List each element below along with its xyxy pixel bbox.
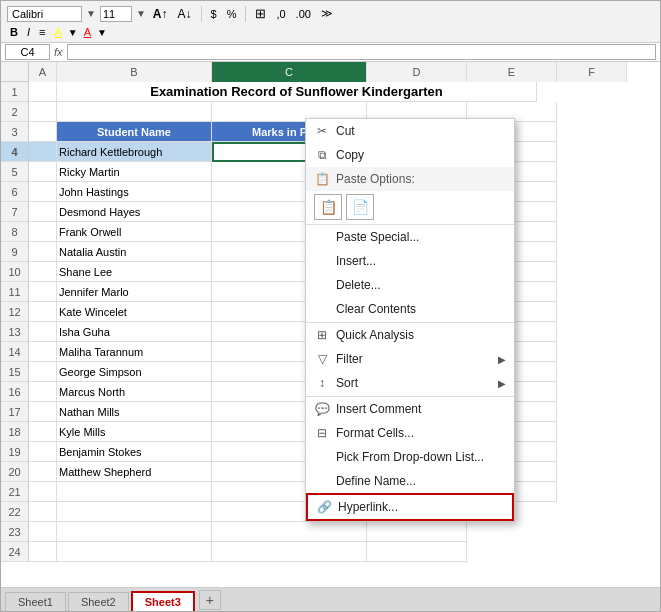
- cell-19-a[interactable]: 19: [1, 442, 29, 462]
- cell-23-a[interactable]: 23: [1, 522, 29, 542]
- cell-6-b[interactable]: John Hastings: [57, 182, 212, 202]
- font-color-button[interactable]: A: [81, 25, 94, 39]
- cell-15-a[interactable]: 15: [1, 362, 29, 382]
- cell-7-b[interactable]: Desmond Hayes: [57, 202, 212, 222]
- cell-19-aa: [29, 442, 57, 462]
- cell-8-a[interactable]: 8: [1, 222, 29, 242]
- col-header-a[interactable]: A: [29, 62, 57, 82]
- cell-14-b[interactable]: Maliha Tarannum: [57, 342, 212, 362]
- cell-6-a[interactable]: 6: [1, 182, 29, 202]
- cell-4-a[interactable]: 4: [1, 142, 29, 162]
- formula-input[interactable]: [67, 44, 656, 60]
- cell-name-box[interactable]: [5, 44, 50, 60]
- cell-13-b[interactable]: Isha Guha: [57, 322, 212, 342]
- cell-22-a[interactable]: 22: [1, 502, 29, 522]
- cell-12-b[interactable]: Kate Wincelet: [57, 302, 212, 322]
- cell-23-b[interactable]: [57, 522, 212, 542]
- context-cut[interactable]: ✂ Cut: [306, 119, 514, 143]
- paste-btn-1[interactable]: 📋: [314, 194, 342, 220]
- context-format-cells[interactable]: ⊟ Format Cells...: [306, 421, 514, 445]
- shrink-font-button[interactable]: A↓: [174, 6, 194, 22]
- font-name-dropdown-icon[interactable]: ▼: [86, 8, 96, 19]
- context-quick-analysis[interactable]: ⊞ Quick Analysis: [306, 322, 514, 347]
- context-sort[interactable]: ↕ Sort ▶: [306, 371, 514, 395]
- cell-13-a[interactable]: 13: [1, 322, 29, 342]
- context-filter[interactable]: ▽ Filter ▶: [306, 347, 514, 371]
- cell-5-b[interactable]: Ricky Martin: [57, 162, 212, 182]
- context-delete[interactable]: Delete...: [306, 273, 514, 297]
- context-define-name[interactable]: Define Name...: [306, 469, 514, 493]
- cell-3-a[interactable]: 3: [1, 122, 29, 142]
- cell-11-b[interactable]: Jennifer Marlo: [57, 282, 212, 302]
- cell-11-a[interactable]: 11: [1, 282, 29, 302]
- decrease-decimal-button[interactable]: .00: [293, 7, 314, 21]
- col-header-d[interactable]: D: [367, 62, 467, 82]
- dollar-button[interactable]: $: [208, 7, 220, 21]
- highlight-dropdown[interactable]: ▼: [68, 27, 78, 38]
- sheet-tab-2[interactable]: Sheet2: [68, 592, 129, 611]
- cell-24-a[interactable]: 24: [1, 542, 29, 562]
- context-insert-comment[interactable]: 💬 Insert Comment: [306, 396, 514, 421]
- extra-btn[interactable]: ≫: [318, 6, 336, 21]
- sheet-tab-3[interactable]: Sheet3: [131, 591, 195, 611]
- italic-button[interactable]: I: [24, 25, 33, 39]
- paste-btn-2[interactable]: 📄: [346, 194, 374, 220]
- cell-20-a[interactable]: 20: [1, 462, 29, 482]
- sheet-tab-1[interactable]: Sheet1: [5, 592, 66, 611]
- cell-24-c[interactable]: [212, 542, 367, 562]
- cell-16-a[interactable]: 16: [1, 382, 29, 402]
- border-button[interactable]: ⊞: [252, 5, 269, 22]
- cell-23-d[interactable]: [367, 522, 467, 542]
- cell-6-aa: [29, 182, 57, 202]
- context-hyperlink[interactable]: 🔗 Hyperlink...: [306, 493, 514, 521]
- context-pick-dropdown[interactable]: Pick From Drop-down List...: [306, 445, 514, 469]
- increase-decimal-button[interactable]: ,0: [273, 7, 288, 21]
- align-button[interactable]: ≡: [36, 25, 48, 39]
- cell-8-b[interactable]: Frank Orwell: [57, 222, 212, 242]
- cell-9-a[interactable]: 9: [1, 242, 29, 262]
- cell-4-b[interactable]: Richard Kettlebrough: [57, 142, 212, 162]
- context-copy[interactable]: ⧉ Copy: [306, 143, 514, 167]
- cell-5-a[interactable]: 5: [1, 162, 29, 182]
- cell-1-a[interactable]: 1: [1, 82, 29, 102]
- context-paste-special[interactable]: Paste Special...: [306, 224, 514, 249]
- cell-14-a[interactable]: 14: [1, 342, 29, 362]
- cell-18-a[interactable]: 18: [1, 422, 29, 442]
- cell-2-a[interactable]: 2: [1, 102, 29, 122]
- col-header-b[interactable]: B: [57, 62, 212, 82]
- cell-17-b[interactable]: Nathan Mills: [57, 402, 212, 422]
- add-sheet-button[interactable]: +: [199, 590, 221, 610]
- cell-21-a[interactable]: 21: [1, 482, 29, 502]
- cell-21-b[interactable]: [57, 482, 212, 502]
- cell-24-d[interactable]: [367, 542, 467, 562]
- grow-font-button[interactable]: A↑: [150, 6, 171, 22]
- col-header-f[interactable]: F: [557, 62, 627, 82]
- cell-24-b[interactable]: [57, 542, 212, 562]
- cell-10-a[interactable]: 10: [1, 262, 29, 282]
- col-header-e[interactable]: E: [467, 62, 557, 82]
- font-size-dropdown-icon[interactable]: ▼: [136, 8, 146, 19]
- cell-23-c[interactable]: [212, 522, 367, 542]
- cell-18-b[interactable]: Kyle Mills: [57, 422, 212, 442]
- font-color-dropdown[interactable]: ▼: [97, 27, 107, 38]
- cell-header-student[interactable]: Student Name: [57, 122, 212, 142]
- font-size-input[interactable]: [100, 6, 132, 22]
- highlight-button[interactable]: A: [51, 25, 64, 39]
- cell-17-a[interactable]: 17: [1, 402, 29, 422]
- bold-button[interactable]: B: [7, 25, 21, 39]
- cell-2-b[interactable]: [57, 102, 212, 122]
- cell-22-b[interactable]: [57, 502, 212, 522]
- col-header-c[interactable]: C: [212, 62, 367, 82]
- cell-15-b[interactable]: George Simpson: [57, 362, 212, 382]
- cell-7-a[interactable]: 7: [1, 202, 29, 222]
- cell-12-a[interactable]: 12: [1, 302, 29, 322]
- context-insert[interactable]: Insert...: [306, 249, 514, 273]
- font-name-input[interactable]: [7, 6, 82, 22]
- cell-10-b[interactable]: Shane Lee: [57, 262, 212, 282]
- percent-button[interactable]: %: [224, 7, 240, 21]
- cell-19-b[interactable]: Benjamin Stokes: [57, 442, 212, 462]
- cell-16-b[interactable]: Marcus North: [57, 382, 212, 402]
- cell-20-b[interactable]: Matthew Shepherd: [57, 462, 212, 482]
- context-clear-contents[interactable]: Clear Contents: [306, 297, 514, 321]
- cell-9-b[interactable]: Natalia Austin: [57, 242, 212, 262]
